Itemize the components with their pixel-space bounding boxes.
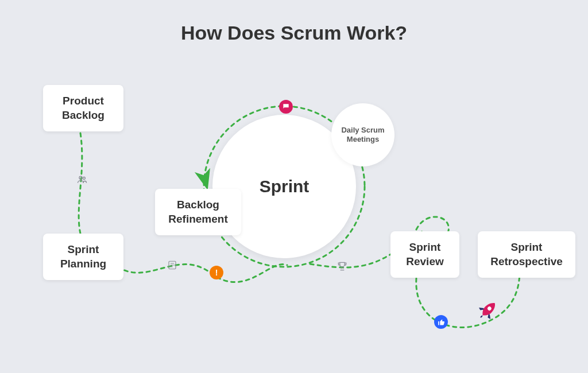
chat-icon	[279, 100, 293, 114]
svg-point-1	[79, 176, 82, 179]
sprint-review-label: Sprint Review	[406, 241, 443, 267]
sprint-review-node: Sprint Review	[390, 231, 459, 278]
product-backlog-label: Product Backlog	[62, 95, 105, 121]
sprint-retro-node: Sprint Retrospective	[478, 231, 575, 278]
svg-point-2	[83, 177, 85, 180]
sprint-label: Sprint	[260, 177, 310, 196]
exclamation-icon: !	[210, 266, 223, 279]
daily-scrum-node: Daily Scrum Meetings	[331, 103, 394, 166]
diagram-title: How Does Scrum Work?	[0, 22, 588, 44]
daily-scrum-label: Daily Scrum Meetings	[341, 126, 384, 145]
users-icon	[76, 174, 88, 188]
sprint-planning-node: Sprint Planning	[43, 234, 123, 280]
diagram-stage: How Does Scrum Work? Sprint Daily Scrum …	[0, 0, 588, 373]
backlog-refinement-node: Backlog Refinement	[155, 189, 241, 235]
thumbs-up-icon	[434, 315, 448, 329]
sprint-retro-label: Sprint Retrospective	[490, 241, 563, 267]
product-backlog-node: Product Backlog	[43, 85, 123, 131]
sprint-planning-label: Sprint Planning	[60, 243, 106, 270]
backlog-refinement-label: Backlog Refinement	[168, 199, 227, 225]
rocket-icon	[477, 298, 500, 324]
checklist-icon	[167, 259, 177, 273]
trophy-icon	[336, 261, 348, 274]
